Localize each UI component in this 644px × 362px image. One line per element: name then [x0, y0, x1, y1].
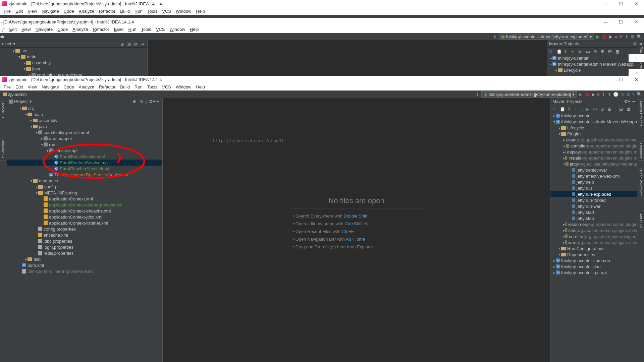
tree-item[interactable]: log4j.properties [7, 244, 162, 250]
stop-button[interactable]: ■ [614, 34, 617, 39]
maven-item[interactable]: ▸war (org.apache.maven.plugins:mav [550, 239, 637, 245]
tree-item[interactable]: ▸config [7, 184, 162, 190]
run-config-dropdown[interactable]: ◉ thinkjoy-ucenter-admin [jetty:run-expl… [499, 34, 594, 40]
reimport-icon[interactable]: ⟳ [552, 107, 557, 111]
search-icon[interactable]: 🔍 [637, 92, 642, 97]
menu-refactor[interactable]: Refactor [91, 27, 112, 32]
menu-window[interactable]: Window [173, 9, 194, 14]
menu-file[interactable]: File [1, 84, 13, 89]
close-button[interactable]: ✕ [629, 0, 644, 7]
menu-build[interactable]: Build [118, 84, 132, 89]
scroll-from-source-icon[interactable]: ⊕ [120, 42, 125, 46]
vcs-history-icon[interactable]: 🕘 [613, 92, 619, 97]
menu-code[interactable]: Code [61, 84, 76, 89]
menu-vcs[interactable]: VCS [160, 84, 173, 89]
tree-item[interactable]: ▾resources [7, 178, 162, 184]
menu-navigate[interactable]: Navigate [33, 27, 55, 32]
vcs-commit-icon[interactable]: ⬆ [607, 92, 611, 97]
menu-view[interactable]: View [25, 9, 39, 14]
menu-build[interactable]: Build [118, 9, 132, 14]
menu-navigate[interactable]: Navigate [39, 9, 61, 14]
collapse-icon[interactable]: ⊟ [619, 107, 624, 111]
maven-item[interactable]: ▸mthinkjoy-ucenter-dao [550, 263, 637, 269]
tree-item[interactable]: CEnrollStudentServiceImpl [7, 160, 162, 166]
vcs-revert-icon[interactable]: ⟲ [621, 92, 624, 97]
collapse-icon[interactable]: ⊞ [601, 49, 605, 54]
tree-item[interactable]: ▾main [0, 54, 147, 60]
side-tab-ant-build[interactable]: Ant Build [638, 212, 644, 230]
tree-item[interactable]: applicationContext-dubbo-provider.xml [7, 202, 162, 208]
side-tab-maven[interactable]: Maven Projects [638, 99, 644, 128]
hide-icon[interactable]: ⇥ [156, 99, 160, 104]
menu-help[interactable]: Help [194, 84, 207, 89]
maven-item[interactable]: jetty:start [550, 209, 637, 215]
menu-analyze[interactable]: Analyze [76, 84, 97, 89]
maven-item[interactable]: ▾mthinkjoy-ucenter-admin Maven Webapp [550, 119, 637, 125]
maven-item[interactable]: ▸surefire (org.apache.maven.plugins: [550, 233, 637, 239]
menu-tools[interactable]: Tools [145, 9, 160, 14]
maven-item[interactable]: ▾jetty (org.eclipse.jetty:jetty-maven-p [550, 161, 637, 167]
execute-icon[interactable]: ▭ [593, 107, 598, 111]
menu-run[interactable]: Run [126, 27, 139, 32]
close-button[interactable]: ✕ [629, 54, 644, 62]
maven-item[interactable]: ▸mthinkjoy-ucenter-common [550, 257, 637, 263]
maven-item[interactable]: jetty:run-forked [550, 197, 637, 203]
menu-navigate[interactable]: Navigate [39, 84, 61, 89]
debug-button[interactable]: 🐞 [584, 92, 590, 97]
tree-item[interactable]: ▸src [0, 48, 147, 54]
run-icon[interactable]: ▶ [586, 107, 590, 111]
run-icon[interactable]: ▶ [579, 49, 583, 54]
settings-icon[interactable]: ⚙ [134, 42, 139, 46]
add-icon[interactable]: + [575, 107, 579, 111]
build-icon[interactable]: ⬇ [476, 92, 479, 97]
scroll-from-source-icon[interactable]: ⊕ [132, 99, 137, 104]
menu-view[interactable]: View [19, 27, 33, 32]
expand-icon[interactable]: ⊟ [608, 49, 613, 54]
tree-item[interactable]: ehcache.xml [7, 232, 162, 238]
maven-item[interactable]: ▸deploy (org.apache.maven.plugins:m [550, 149, 637, 155]
tree-item[interactable]: ▸src [7, 105, 162, 111]
close-button[interactable]: ✕ [629, 76, 644, 83]
tree-item[interactable]: CEnrollBatchServiceImpl [7, 154, 162, 160]
maven-item[interactable]: ▸Run Configurations [550, 245, 637, 251]
maven-item[interactable]: ▸resources (org.apache.maven.plugin [550, 221, 637, 227]
menu-window[interactable]: Window [167, 27, 187, 32]
menu-tools[interactable]: Tools [145, 84, 160, 89]
maven-item[interactable]: ▸Lifecycle [550, 125, 637, 131]
stop-button[interactable]: ■ [597, 92, 600, 97]
reimport-icon[interactable]: ⟳ [549, 49, 554, 54]
run-button[interactable]: ▶ [596, 34, 600, 39]
menu-edit[interactable]: Edit [13, 9, 25, 14]
maven-tree[interactable]: ▸mthinkjoy-ucenter▾mthinkjoy-ucenter-adm… [550, 113, 637, 362]
expand-icon[interactable]: ⊞ [608, 107, 612, 111]
maven-item[interactable]: ▸clean (org.apache.maven.plugins:mav [550, 137, 637, 143]
tree-item[interactable]: ▾com.thinkjoy.enrollment [7, 129, 162, 135]
tree-item[interactable]: ▾rpc [7, 141, 162, 147]
tree-item[interactable]: CEnrollTeacherServiceImpl [7, 166, 162, 172]
vcs-icon[interactable]: ⟳ [619, 34, 623, 39]
settings-icon[interactable]: ⚙ [633, 41, 637, 46]
maximize-button[interactable]: ☐ [613, 0, 629, 7]
settings-icon[interactable]: ⚙▾ [149, 99, 154, 104]
help-icon[interactable]: ? [632, 92, 635, 97]
maven-item[interactable]: jetty:help [550, 179, 637, 185]
maven-item[interactable]: jetty:stop [550, 215, 637, 221]
menu-analyze[interactable]: Analyze [76, 9, 97, 14]
settings-icon[interactable]: ⚙▾ [624, 99, 630, 104]
tree-item[interactable]: ▾java [7, 123, 162, 129]
maximize-button[interactable]: ☐ [613, 76, 629, 83]
settings-icon[interactable]: ⚙ [631, 34, 635, 39]
tree-item[interactable]: ▾META-INF.spring [7, 190, 162, 196]
settings-icon[interactable]: ⚙ [626, 92, 630, 97]
maven-item[interactable]: ▾mthinkjoy-ucenter-admin Maven Webapp [547, 61, 644, 67]
menu-edit[interactable]: Edit [13, 84, 25, 89]
side-tab-structure[interactable]: 7: Structure [0, 138, 6, 161]
project-tree[interactable]: ▸src▾main▸assembly▾java▸com.thinkjoy.enr… [0, 48, 147, 78]
tree-item[interactable]: applicationContext-listener.xml [7, 220, 162, 226]
menu-run[interactable]: Run [132, 9, 145, 14]
collapse-all-icon[interactable]: ⇲ [127, 42, 132, 46]
tree-item[interactable]: applicationContext-jdbc.xml [7, 214, 162, 220]
maven-item[interactable]: jetty:run-war [550, 203, 637, 209]
maven-item[interactable]: ▸site (org.apache.maven.plugins:mav [550, 227, 637, 233]
breadcrumb-root[interactable]: zjy-admin [8, 92, 27, 97]
